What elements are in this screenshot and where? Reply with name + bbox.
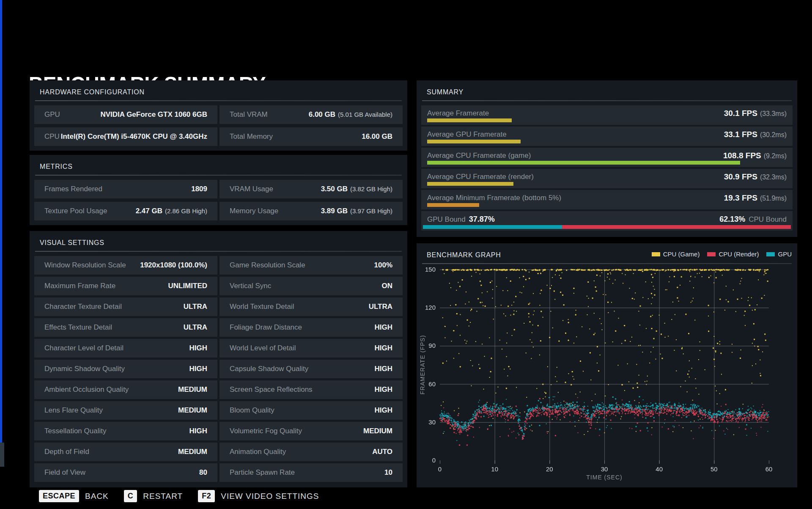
gpu-bound-group: GPU Bound37.87% xyxy=(427,215,498,224)
metrics-header: METRICS xyxy=(34,160,403,175)
key-action-label: RESTART xyxy=(143,492,183,501)
key-badge: C xyxy=(124,490,137,502)
visual-setting-cell: World Texture DetailULTRA xyxy=(219,297,403,316)
bound-bar-track xyxy=(423,225,791,229)
visual-settings-rows: Window Resolution Scale1920x1080 (100.0%… xyxy=(34,256,403,482)
hardware-configuration-header: HARDWARE CONFIGURATION xyxy=(34,85,403,100)
cell-label: Texture Pool Usage xyxy=(44,207,107,215)
key-action-label: VIEW VIDEO SETTINGS xyxy=(221,492,319,501)
cell-label: Lens Flare Quality xyxy=(44,406,103,415)
metrics-cell: Memory Usage3.89 GB(3.97 GB High) xyxy=(219,202,403,220)
fps-value: 108.8 FPS xyxy=(723,151,761,160)
cell-label: Character Level of Detail xyxy=(44,344,123,352)
screen-edge-notch xyxy=(0,443,4,467)
key-hint[interactable]: CRESTART xyxy=(124,490,183,502)
cell-label: VRAM Usage xyxy=(230,185,273,193)
hardware-cell: GPUNVIDIA GeForce GTX 1060 6GB xyxy=(34,105,217,124)
cell-label: Memory Usage xyxy=(230,207,278,215)
visual-setting-cell: Ambient Occlusion QualityMEDIUM xyxy=(34,380,217,399)
cell-label: Character Texture Detail xyxy=(44,303,122,311)
framerate-bar-track xyxy=(427,118,787,122)
x-tick-label: 20 xyxy=(541,465,558,473)
visual-setting-row: Dynamic Shadow QualityHIGHCapsule Shadow… xyxy=(34,360,403,378)
framerate-bar xyxy=(427,182,513,186)
cell-value: HIGH xyxy=(375,406,393,415)
cell-value: MEDIUM xyxy=(178,385,207,394)
cell-label: World Texture Detail xyxy=(230,303,294,311)
visual-setting-cell: Lens Flare QualityMEDIUM xyxy=(34,401,217,420)
visual-setting-cell: Maximum Frame RateUNLIMITED xyxy=(34,277,217,295)
visual-setting-cell: Character Level of DetailHIGH xyxy=(34,339,217,358)
cell-value-extra: (3.97 GB High) xyxy=(350,207,392,215)
cell-value: 3.89 GB(3.97 GB High) xyxy=(321,207,392,215)
gpu-cpu-bound-row: GPU Bound37.87%62.13%CPU Bound xyxy=(421,211,793,231)
visual-settings-header: VISUAL SETTINGS xyxy=(34,236,403,251)
cell-label: Tessellation Quality xyxy=(44,427,106,435)
framerate-bar xyxy=(427,118,512,122)
cell-label: Total Memory xyxy=(230,132,273,141)
visual-setting-cell: Tessellation QualityHIGH xyxy=(34,422,217,440)
visual-setting-cell: Window Resolution Scale1920x1080 (100.0%… xyxy=(34,256,217,275)
visual-setting-cell: Foliage Draw DistanceHIGH xyxy=(219,318,403,337)
cell-label: Maximum Frame Rate xyxy=(44,282,115,290)
summary-row-value: 30.9 FPS(32.3ms) xyxy=(724,172,787,182)
hardware-row: GPUNVIDIA GeForce GTX 1060 6GBTotal VRAM… xyxy=(34,105,403,124)
framerate-bar-track xyxy=(427,161,787,165)
y-tick-label: 60 xyxy=(420,380,436,388)
y-tick-label: 30 xyxy=(420,418,436,426)
visual-setting-cell: Volumetric Fog QualityMEDIUM xyxy=(219,422,403,440)
y-tick-label: 120 xyxy=(420,304,436,311)
summary-row: Average Framerate30.1 FPS(33.3ms) xyxy=(421,105,793,125)
cell-label: Ambient Occlusion Quality xyxy=(44,385,129,394)
metrics-cell: Texture Pool Usage2.47 GB(2.86 GB High) xyxy=(34,202,217,220)
panel-divider xyxy=(35,100,402,101)
cell-label: Frames Rendered xyxy=(44,185,102,193)
x-tick-label: 30 xyxy=(596,465,613,473)
cell-label: Total VRAM xyxy=(230,110,268,119)
metrics-rows: Frames Rendered1809VRAM Usage3.50 GB(3.8… xyxy=(34,180,403,220)
cell-value: HIGH xyxy=(189,365,208,373)
cell-value: MEDIUM xyxy=(178,448,207,456)
cell-value: ULTRA xyxy=(369,303,392,311)
summary-row-label: Average Framerate xyxy=(427,109,489,118)
visual-setting-cell: Depth of FieldMEDIUM xyxy=(34,443,217,461)
visual-setting-row: Depth of FieldMEDIUMAnimation QualityAUT… xyxy=(34,443,403,461)
summary-row: Average Minimum Framerate (bottom 5%)19.… xyxy=(421,190,793,209)
frametime-value: (30.2ms) xyxy=(760,131,787,138)
x-tick-label: 0 xyxy=(431,465,448,473)
summary-row: Average GPU Framerate33.1 FPS(30.2ms) xyxy=(421,127,793,146)
framerate-bar xyxy=(427,203,479,207)
benchmark-graph-canvas xyxy=(417,243,797,487)
cell-label: Capsule Shadow Quality xyxy=(230,365,308,373)
visual-setting-row: Field of View80Particle Spawn Rate10 xyxy=(34,463,403,482)
summary-rows: Average Framerate30.1 FPS(33.3ms)Average… xyxy=(421,105,793,231)
cpu-bound-bar xyxy=(562,225,791,229)
cell-label: Game Resolution Scale xyxy=(230,261,305,270)
cell-label: Particle Spawn Rate xyxy=(230,468,295,477)
cell-value: 2.47 GB(2.86 GB High) xyxy=(136,207,207,215)
key-action-label: BACK xyxy=(85,492,109,501)
panel-divider xyxy=(422,100,792,101)
framerate-bar-track xyxy=(427,140,787,143)
framerate-bar xyxy=(427,161,740,165)
cell-value: 10 xyxy=(384,468,392,477)
visual-setting-row: Lens Flare QualityMEDIUMBloom QualityHIG… xyxy=(34,401,403,420)
cell-value-extra: (3.82 GB High) xyxy=(350,185,392,193)
cell-value: AUTO xyxy=(372,448,392,456)
cpu-bound-group: 62.13%CPU Bound xyxy=(716,215,787,224)
cell-label: Dynamic Shadow Quality xyxy=(44,365,125,373)
frametime-value: (33.3ms) xyxy=(760,110,787,117)
cell-label: Screen Space Reflections xyxy=(230,385,313,394)
summary-row-label: Average GPU Framerate xyxy=(427,130,507,139)
key-hint[interactable]: F2VIEW VIDEO SETTINGS xyxy=(198,490,319,502)
key-hint[interactable]: ESCAPEBACK xyxy=(39,490,109,502)
cell-label: Field of View xyxy=(44,468,85,477)
x-tick-label: 60 xyxy=(760,465,777,473)
footer-key-hints: ESCAPEBACKCRESTARTF2VIEW VIDEO SETTINGS xyxy=(39,490,319,502)
framerate-bar-track xyxy=(427,203,787,207)
summary-row: Average CPU Framerate (game)108.8 FPS(9.… xyxy=(421,148,793,167)
gpu-bound-label: GPU Bound xyxy=(427,215,466,223)
visual-settings-panel: VISUAL SETTINGS Window Resolution Scale1… xyxy=(30,231,407,487)
visual-setting-cell: World Level of DetailHIGH xyxy=(219,339,403,358)
visual-setting-cell: Effects Texture DetailULTRA xyxy=(34,318,217,337)
